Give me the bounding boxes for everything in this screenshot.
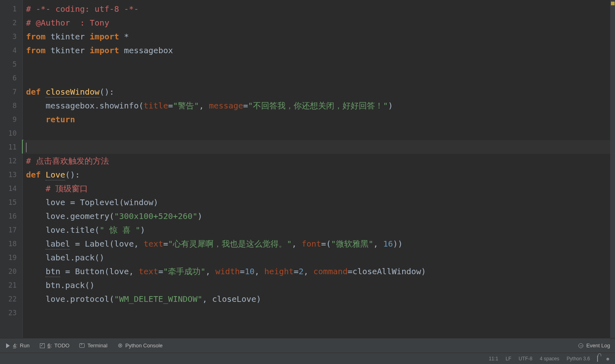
line-number: 1	[0, 2, 22, 16]
eq: =	[243, 101, 248, 110]
code-line[interactable]: love.geometry("300x100+520+260")	[23, 209, 615, 223]
code-line[interactable]: btn = Button(love, text="牵手成功", width=10…	[23, 264, 615, 278]
line-number: 17	[0, 223, 22, 237]
code-area[interactable]: # -*- coding: utf-8 -*- # @Author : Tony…	[23, 0, 615, 338]
editor-scrollbar[interactable]	[610, 0, 615, 338]
code-line[interactable]: return	[23, 113, 615, 126]
kwarg: title	[144, 101, 168, 110]
code-line[interactable]: love.protocol("WM_DELETE_WINDOW", closeL…	[23, 292, 615, 306]
indent	[26, 115, 46, 124]
inspection-profile-icon[interactable]: ☻	[605, 356, 610, 361]
line-number: 4	[0, 43, 22, 57]
code-line[interactable]	[23, 57, 615, 71]
tool-window-label: TODO	[55, 342, 70, 349]
inspection-indicator-icon[interactable]	[611, 2, 615, 5]
tool-window-run[interactable]: 4: Run	[0, 338, 35, 353]
code-line[interactable]: label = Label(love, text="心有灵犀啊，我也是这么觉得。…	[23, 237, 615, 251]
indent	[26, 197, 46, 207]
line-number: 20	[0, 264, 22, 278]
line-number: 8	[0, 99, 22, 113]
eq: =	[70, 239, 85, 249]
star-import: *	[119, 32, 129, 41]
close-paren: )	[140, 225, 145, 235]
comment-text: # @Author : Tony	[26, 18, 109, 28]
python-icon: ⦿	[117, 343, 123, 349]
code-line[interactable]: def Love():	[23, 168, 615, 182]
comma: ,	[205, 266, 215, 276]
code-line[interactable]: # 点击喜欢触发的方法	[23, 154, 615, 168]
eq: =	[163, 239, 168, 249]
keyword: return	[46, 115, 75, 124]
indent	[26, 211, 46, 221]
status-caret-position[interactable]: 11:1	[489, 356, 498, 362]
tool-window-terminal[interactable]: Terminal	[74, 338, 112, 353]
indent	[26, 266, 46, 276]
code-line[interactable]: # -*- coding: utf-8 -*-	[23, 2, 615, 16]
tool-window-key: 4:	[13, 342, 17, 349]
status-indent[interactable]: 4 spaces	[540, 356, 559, 362]
indent	[26, 253, 46, 262]
string: "警告"	[173, 101, 199, 110]
code-line[interactable]: # 顶级窗口	[23, 182, 615, 195]
code-line[interactable]	[23, 126, 615, 140]
run-icon	[5, 343, 11, 349]
code-line[interactable]: love = Toplevel(window)	[23, 195, 615, 209]
tool-window-todo[interactable]: 6: TODO	[35, 338, 74, 353]
code-line[interactable]: from tkinter import *	[23, 30, 615, 43]
lock-icon[interactable]	[597, 356, 598, 362]
code-line[interactable]: def closeWindow():	[23, 85, 615, 99]
line-number: 3	[0, 30, 22, 43]
code-line[interactable]: messagebox.showinfo(title="警告", message=…	[23, 99, 615, 113]
code-line-current[interactable]	[23, 140, 615, 154]
indent	[26, 184, 46, 193]
tool-window-event-log[interactable]: Event Log	[573, 338, 615, 353]
indent	[26, 225, 46, 235]
line-number: 11	[0, 140, 22, 154]
line-number: 14	[0, 182, 22, 195]
status-bar: 11:1 LF UTF-8 4 spaces Python 3.6 ☻	[0, 353, 615, 364]
string: "300x100+520+260"	[114, 211, 198, 221]
open: =(	[321, 239, 331, 249]
tool-window-label: Python Console	[125, 342, 163, 349]
line-number: 15	[0, 195, 22, 209]
status-line-separator[interactable]: LF	[506, 356, 511, 362]
module-name: tkinter	[46, 46, 89, 55]
string: "不回答我，你还想关闭，好好回答！"	[248, 101, 388, 110]
code-line[interactable]	[23, 306, 615, 320]
kwarg: command	[313, 266, 347, 276]
keyword: import	[90, 32, 119, 41]
code-line[interactable]: btn.pack()	[23, 278, 615, 292]
code-line[interactable]: # @Author : Tony	[23, 16, 615, 30]
number: 10	[245, 266, 255, 276]
tool-window-python-console[interactable]: ⦿ Python Console	[112, 338, 168, 353]
line-number: 19	[0, 251, 22, 264]
code-line[interactable]: love.title(" 惊 喜 ")	[23, 223, 615, 237]
code-text: label.pack()	[46, 253, 105, 262]
close-paren: )	[197, 211, 202, 221]
function-name: closeWindow	[46, 87, 99, 98]
tool-window-key: 6:	[48, 342, 52, 349]
tool-window-label: Terminal	[87, 342, 107, 349]
string: "微软雅黑"	[331, 239, 373, 249]
comment-text: # 点击喜欢触发的方法	[26, 156, 109, 166]
status-interpreter[interactable]: Python 3.6	[567, 356, 590, 362]
code-line[interactable]	[23, 71, 615, 85]
tail: =closeAllWindow)	[348, 266, 426, 276]
line-number: 23	[0, 306, 22, 320]
call: Button(love,	[75, 266, 139, 276]
status-encoding[interactable]: UTF-8	[519, 356, 532, 362]
tool-window-label: Run	[20, 342, 30, 349]
comma: ,	[292, 239, 301, 249]
line-number: 18	[0, 237, 22, 251]
close-paren: ))	[393, 239, 403, 249]
comma: ,	[303, 266, 313, 276]
keyword: from	[26, 46, 46, 55]
code-line[interactable]: from tkinter import messagebox	[23, 43, 615, 57]
kwarg: height	[264, 266, 294, 276]
line-number: 10	[0, 126, 22, 140]
code-line[interactable]: label.pack()	[23, 251, 615, 264]
kwarg: font	[301, 239, 321, 249]
eq: =	[158, 266, 163, 276]
close-paren: )	[388, 101, 393, 110]
comma: ,	[373, 239, 383, 249]
